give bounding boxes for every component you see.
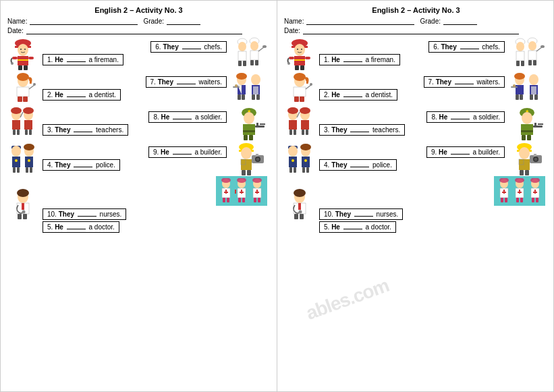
right-title: English 2 – Activity No. 3 — [284, 6, 548, 14]
svg-line-147 — [306, 85, 311, 89]
sentence-8-left: 8. He a soldier. — [148, 111, 227, 123]
svg-rect-179 — [533, 125, 543, 128]
svg-rect-138 — [528, 60, 532, 65]
sentence-9-right: 9. He a builder. — [426, 146, 505, 158]
svg-point-122 — [301, 49, 302, 50]
svg-point-69 — [15, 159, 18, 162]
svg-rect-200 — [520, 170, 524, 175]
svg-rect-19 — [250, 51, 258, 60]
svg-rect-52 — [25, 130, 28, 135]
svg-point-65 — [11, 146, 21, 157]
sentence-7-left: 7. They waiters. — [146, 76, 227, 88]
svg-rect-233 — [536, 198, 538, 202]
sentence-6-left: 6. They chefs. — [150, 41, 227, 53]
svg-rect-186 — [294, 167, 296, 173]
svg-point-168 — [300, 107, 310, 114]
svg-rect-75 — [30, 167, 32, 173]
svg-rect-9 — [18, 65, 22, 70]
dentist-char-left — [9, 72, 37, 105]
svg-point-76 — [28, 159, 30, 162]
date-col-left: Date: — [7, 26, 245, 34]
sentence-8-right: 8. He a soldier. — [426, 111, 505, 123]
svg-rect-68 — [17, 167, 20, 173]
svg-rect-35 — [242, 94, 245, 100]
date-row-right: Date: — [284, 26, 548, 34]
svg-rect-181 — [538, 123, 543, 125]
svg-rect-126 — [305, 57, 310, 59]
svg-point-162 — [287, 107, 298, 114]
grade-label-left: Grade: — [143, 18, 164, 25]
svg-rect-217 — [502, 192, 506, 193]
sentence-5-right: 5. He a doctor. — [319, 221, 396, 233]
sentence-2-left: 2. He a dentist. — [43, 89, 121, 101]
sentence-3-left: 3. They teachers. — [43, 124, 128, 136]
soldier-char-right — [512, 107, 546, 140]
sentence-2-right: 2. He a dentist. — [319, 89, 397, 101]
svg-rect-133 — [516, 61, 520, 66]
svg-rect-61 — [255, 125, 265, 128]
svg-rect-53 — [29, 130, 32, 135]
sentence-10-left: 10. They nurses. — [43, 208, 126, 220]
svg-rect-175 — [521, 124, 533, 135]
svg-rect-212 — [300, 214, 304, 219]
page-wrapper: English 2 – Activity No. 3 Name: Grade: … — [0, 0, 554, 392]
chefs-char-right — [511, 36, 547, 70]
svg-point-13 — [238, 42, 246, 51]
svg-rect-153 — [520, 94, 523, 100]
nurse-small-2-left — [235, 178, 248, 204]
builder-char-right — [511, 142, 547, 175]
sentence-4-left: 4. They police. — [43, 159, 120, 171]
svg-rect-132 — [516, 51, 524, 61]
svg-rect-26 — [17, 87, 29, 96]
date-label-left: Date: — [7, 27, 24, 34]
svg-rect-163 — [289, 120, 297, 130]
svg-rect-169 — [301, 120, 309, 130]
worksheet-left: English 2 – Activity No. 3 Name: Grade: … — [1, 1, 277, 391]
svg-rect-209 — [298, 203, 301, 210]
builder-char-left — [233, 142, 269, 175]
svg-point-56 — [244, 112, 254, 124]
svg-rect-60 — [249, 135, 253, 140]
svg-rect-20 — [250, 60, 254, 65]
svg-rect-15 — [238, 61, 242, 66]
police-char-left — [8, 142, 38, 175]
svg-rect-46 — [13, 130, 16, 135]
svg-rect-218 — [501, 198, 503, 202]
activity-area-left: 6. They chefs. 1. He a fireman. — [7, 36, 270, 233]
grade-col-left: Grade: — [143, 17, 203, 25]
svg-point-72 — [24, 144, 34, 150]
svg-rect-108 — [240, 192, 244, 193]
svg-rect-178 — [527, 135, 531, 140]
svg-point-148 — [310, 83, 312, 86]
svg-point-129 — [287, 62, 290, 65]
svg-rect-34 — [238, 94, 241, 100]
sentence-6-right: 6. They chefs. — [428, 41, 505, 53]
soldier-char-left — [234, 107, 268, 140]
svg-rect-117 — [258, 198, 260, 202]
teachers-char-right — [285, 107, 314, 140]
svg-point-210 — [299, 211, 302, 214]
nurses-box-left — [216, 176, 267, 206]
svg-point-25 — [17, 73, 29, 81]
svg-point-141 — [541, 45, 545, 48]
date-label-right: Date: — [284, 27, 300, 34]
svg-rect-139 — [533, 60, 536, 65]
svg-rect-63 — [260, 123, 265, 125]
sentence-5-left: 5. He a doctor. — [43, 221, 119, 233]
nurse-small-1-right — [497, 178, 511, 204]
svg-rect-27 — [18, 96, 22, 102]
nurses-box-right — [494, 176, 545, 206]
svg-rect-8 — [28, 57, 34, 59]
svg-point-4 — [24, 49, 26, 50]
svg-rect-144 — [294, 87, 306, 96]
svg-point-18 — [250, 41, 258, 51]
svg-rect-185 — [289, 167, 292, 173]
svg-line-22 — [258, 47, 264, 51]
svg-rect-171 — [306, 130, 308, 135]
svg-point-23 — [262, 45, 267, 48]
svg-rect-232 — [532, 198, 534, 202]
svg-rect-59 — [244, 135, 248, 140]
svg-point-143 — [294, 73, 306, 81]
svg-rect-91 — [22, 203, 24, 210]
fireman-char-right — [285, 36, 314, 70]
